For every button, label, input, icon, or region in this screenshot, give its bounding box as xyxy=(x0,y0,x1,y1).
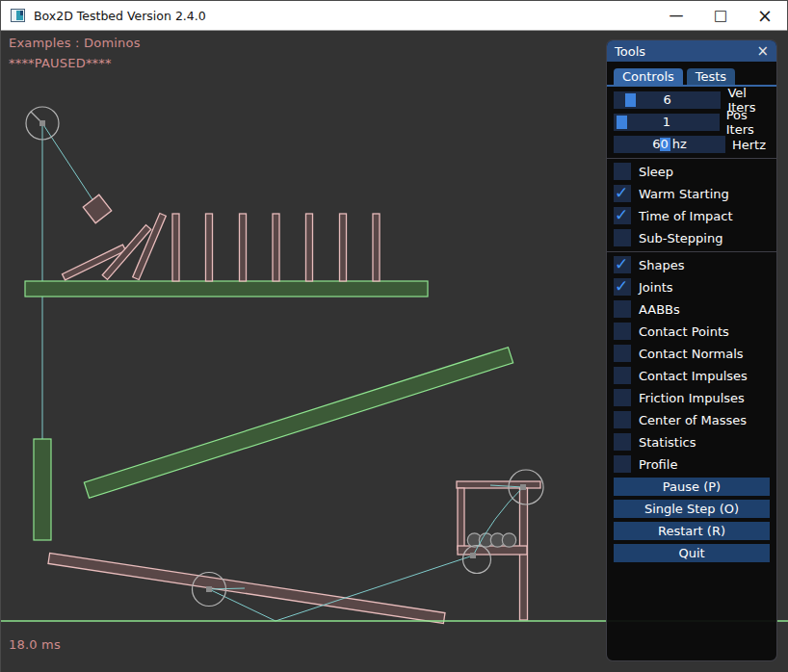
tools-panel-title: Tools xyxy=(615,44,645,59)
window-titlebar[interactable]: Box2D Testbed Version 2.4.0 — □ × xyxy=(1,1,787,31)
checkbox-row-joints[interactable]: ✓Joints xyxy=(614,278,776,296)
slider-label: Hertz xyxy=(732,138,766,152)
single-step-o-button[interactable]: Single Step (O) xyxy=(614,500,770,518)
domino-platform xyxy=(25,281,428,297)
cradle-shelf xyxy=(458,546,527,555)
checkbox-unchecked[interactable] xyxy=(614,411,631,428)
cradle-left-post xyxy=(458,488,464,550)
checkbox-label: Contact Normals xyxy=(639,347,744,361)
checkbox-unchecked[interactable] xyxy=(614,345,631,362)
checkbox-unchecked[interactable] xyxy=(614,389,631,406)
tab-tests[interactable]: Tests xyxy=(687,68,735,85)
tools-panel-titlebar[interactable]: Tools × xyxy=(607,40,776,62)
domino xyxy=(306,214,313,281)
maximize-button[interactable]: □ xyxy=(698,1,743,30)
checkbox-label: AABBs xyxy=(639,302,680,317)
tab-controls[interactable]: Controls xyxy=(614,68,683,85)
separator xyxy=(607,158,776,159)
domino xyxy=(240,214,247,281)
checkbox-unchecked[interactable] xyxy=(614,455,631,473)
check-mark-icon: ✓ xyxy=(615,183,628,202)
checkbox-checked[interactable]: ✓ xyxy=(614,185,631,202)
checkbox-label: Warm Starting xyxy=(639,187,729,201)
checkbox-row-contact-points[interactable]: Contact Points xyxy=(614,323,776,340)
checkbox-group-solver: Sleep✓Warm Starting✓Time of ImpactSub-St… xyxy=(607,163,776,246)
checkbox-checked[interactable]: ✓ xyxy=(614,207,631,224)
joint-anchor xyxy=(39,120,45,126)
domino xyxy=(273,214,279,281)
checkbox-unchecked[interactable] xyxy=(614,163,631,180)
slider-row: 6Vel Iters xyxy=(614,91,776,109)
checkbox-unchecked[interactable] xyxy=(614,433,631,451)
check-mark-icon: ✓ xyxy=(615,276,628,296)
checkbox-label: Sub-Stepping xyxy=(639,231,722,246)
slider-row: 60 hzHertz xyxy=(614,136,776,153)
window-controls: — □ × xyxy=(654,1,787,30)
joint-anchor xyxy=(470,553,476,558)
app-icon xyxy=(11,9,25,22)
check-mark-icon: ✓ xyxy=(615,254,628,273)
checkbox-unchecked[interactable] xyxy=(614,367,631,384)
checkbox-checked[interactable]: ✓ xyxy=(614,278,631,296)
frame-time-label: 18.0 ms xyxy=(9,637,61,652)
pause-p-button[interactable]: Pause (P) xyxy=(614,478,770,496)
domino xyxy=(340,214,347,281)
quit-button[interactable]: Quit xyxy=(614,544,770,562)
checkbox-row-statistics[interactable]: Statistics xyxy=(614,433,776,451)
checkbox-row-sleep[interactable]: Sleep xyxy=(614,163,776,180)
cradle-ball xyxy=(502,533,515,547)
checkbox-unchecked[interactable] xyxy=(614,229,631,246)
checkbox-row-sub-stepping[interactable]: Sub-Stepping xyxy=(614,229,776,246)
app-window: Box2D Testbed Version 2.4.0 — □ × Exampl… xyxy=(0,0,788,672)
slider-label: Pos Iters xyxy=(726,108,776,137)
checkbox-unchecked[interactable] xyxy=(614,300,631,318)
panel-close-icon[interactable]: × xyxy=(756,44,769,59)
checkbox-label: Contact Impulses xyxy=(639,369,748,383)
checkbox-label: Time of Impact xyxy=(639,209,733,223)
checkbox-label: Profile xyxy=(639,457,677,472)
minimize-button[interactable]: — xyxy=(654,1,698,30)
paused-label: ****PAUSED**** xyxy=(9,56,112,70)
window-title: Box2D Testbed Version 2.4.0 xyxy=(34,9,206,23)
tools-panel: Tools × ControlsTests 6Vel Iters1Pos Ite… xyxy=(606,39,777,661)
checkbox-row-time-of-impact[interactable]: ✓Time of Impact xyxy=(614,207,776,224)
checkbox-row-friction-impulses[interactable]: Friction Impulses xyxy=(614,389,776,406)
pendulum-box xyxy=(83,194,111,222)
domino xyxy=(373,214,380,281)
check-mark-icon: ✓ xyxy=(615,205,628,224)
checkbox-checked[interactable]: ✓ xyxy=(614,256,631,273)
slider-value: 6 xyxy=(614,91,721,109)
slider-vel-iters[interactable]: 6 xyxy=(614,91,721,109)
joint-line-pendulum xyxy=(42,123,97,207)
close-button[interactable]: × xyxy=(743,1,787,30)
checkbox-label: Joints xyxy=(639,280,673,295)
button-group: Pause (P)Single Step (O)Restart (R)Quit xyxy=(607,478,776,562)
tab-bar: ControlsTests xyxy=(607,68,776,87)
domino xyxy=(172,214,179,281)
checkbox-row-shapes[interactable]: ✓Shapes xyxy=(614,256,776,273)
separator xyxy=(607,251,776,252)
cradle-top-beam xyxy=(457,481,540,488)
checkbox-row-profile[interactable]: Profile xyxy=(614,455,776,473)
checkbox-unchecked[interactable] xyxy=(614,323,631,340)
restart-r-button[interactable]: Restart (R) xyxy=(614,522,770,540)
example-label: Examples : Dominos xyxy=(9,36,141,50)
checkbox-row-center-of-masses[interactable]: Center of Masses xyxy=(614,411,776,428)
checkbox-label: Center of Masses xyxy=(639,413,747,427)
slider-hertz[interactable]: 60 hz xyxy=(614,136,725,153)
slider-pos-iters[interactable]: 1 xyxy=(614,114,720,131)
ramp xyxy=(84,348,512,499)
slider-value: 60 hz xyxy=(614,136,725,153)
checkbox-row-aabbs[interactable]: AABBs xyxy=(614,300,776,318)
checkbox-label: Statistics xyxy=(639,435,696,450)
slider-row: 1Pos Iters xyxy=(614,114,776,131)
simulation-canvas[interactable]: Examples : Dominos ****PAUSED**** 18.0 m… xyxy=(1,31,788,672)
joint-anchor xyxy=(520,484,526,490)
checkbox-label: Shapes xyxy=(639,258,684,272)
checkbox-row-contact-normals[interactable]: Contact Normals xyxy=(614,345,776,362)
seesaw-plank xyxy=(48,554,445,624)
static-column xyxy=(34,439,51,540)
checkbox-row-warm-starting[interactable]: ✓Warm Starting xyxy=(614,185,776,202)
checkbox-row-contact-impulses[interactable]: Contact Impulses xyxy=(614,367,776,384)
checkbox-group-draw: ✓Shapes✓JointsAABBsContact PointsContact… xyxy=(607,256,776,473)
